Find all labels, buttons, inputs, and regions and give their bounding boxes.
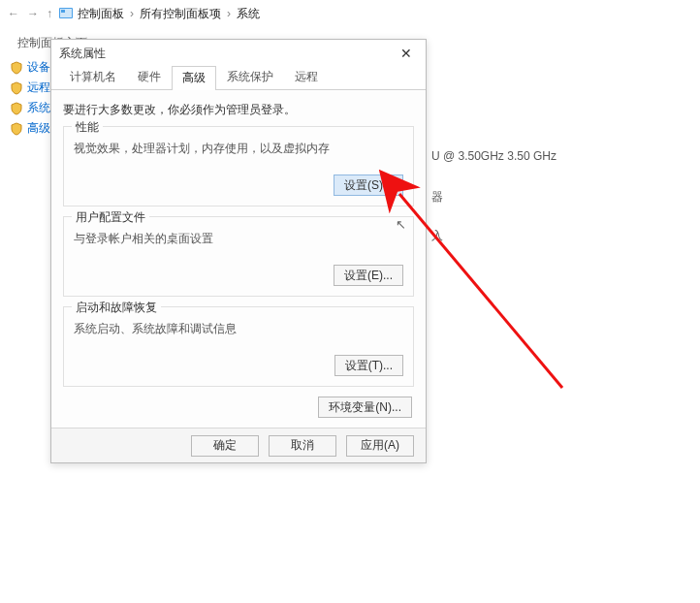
nav-up-icon[interactable]: ↑ bbox=[45, 7, 54, 20]
shield-icon bbox=[10, 122, 23, 136]
tab-remote[interactable]: 远程 bbox=[284, 65, 329, 89]
text-fragment: 器 bbox=[431, 186, 557, 207]
group-performance: 性能 视觉效果，处理器计划，内存使用，以及虚拟内存 设置(S)... bbox=[63, 126, 414, 206]
group-title: 性能 bbox=[72, 119, 103, 136]
group-desc: 视觉效果，处理器计划，内存使用，以及虚拟内存 bbox=[74, 141, 403, 157]
breadcrumb-item-2[interactable]: 系统 bbox=[237, 6, 260, 22]
tab-computer-name[interactable]: 计算机名 bbox=[59, 65, 127, 89]
performance-settings-button[interactable]: 设置(S)... bbox=[334, 175, 403, 196]
cpu-info-fragment: U @ 3.50GHz 3.50 GHz bbox=[431, 145, 557, 167]
shield-icon bbox=[10, 102, 23, 115]
apply-button[interactable]: 应用(A) bbox=[346, 435, 414, 457]
breadcrumb-item-1[interactable]: 所有控制面板项 bbox=[140, 6, 221, 22]
tab-strip: 计算机名 硬件 高级 系统保护 远程 bbox=[51, 67, 426, 90]
shield-icon bbox=[10, 61, 23, 75]
system-properties-dialog: 系统属性 ✕ 计算机名 硬件 高级 系统保护 远程 要进行大多数更改，你必须作为… bbox=[50, 39, 427, 463]
group-startup-recovery: 启动和故障恢复 系统启动、系统故障和调试信息 设置(T)... bbox=[63, 306, 414, 387]
group-user-profiles: 用户配置文件 与登录帐户相关的桌面设置 设置(E)... bbox=[63, 216, 414, 297]
breadcrumb-item-0[interactable]: 控制面板 bbox=[78, 6, 124, 22]
shield-icon bbox=[10, 81, 23, 95]
dialog-titlebar: 系统属性 ✕ bbox=[51, 40, 426, 67]
group-title: 用户配置文件 bbox=[72, 209, 149, 226]
tab-hardware[interactable]: 硬件 bbox=[127, 65, 172, 89]
nav-forward-icon[interactable]: → bbox=[25, 7, 41, 20]
user-profiles-settings-button[interactable]: 设置(E)... bbox=[334, 265, 403, 286]
chevron-right-icon: › bbox=[128, 7, 136, 20]
dialog-body: 要进行大多数更改，你必须作为管理员登录。 性能 视觉效果，处理器计划，内存使用，… bbox=[51, 90, 426, 428]
startup-recovery-settings-button[interactable]: 设置(T)... bbox=[334, 355, 403, 376]
cancel-button[interactable]: 取消 bbox=[269, 435, 336, 457]
group-desc: 与登录帐户相关的桌面设置 bbox=[74, 231, 403, 247]
nav-back-icon[interactable]: ← bbox=[6, 7, 21, 20]
breadcrumb: ← → ↑ 控制面板 › 所有控制面板项 › 系统 bbox=[0, 0, 700, 27]
chevron-right-icon: › bbox=[225, 7, 233, 20]
admin-note: 要进行大多数更改，你必须作为管理员登录。 bbox=[63, 102, 414, 118]
tab-system-protection[interactable]: 系统保护 bbox=[216, 65, 284, 89]
ok-button[interactable]: 确定 bbox=[191, 435, 259, 457]
tab-advanced[interactable]: 高级 bbox=[172, 66, 216, 90]
environment-variables-button[interactable]: 环境变量(N)... bbox=[318, 397, 412, 418]
group-title: 启动和故障恢复 bbox=[72, 300, 161, 316]
text-fragment: 入 bbox=[431, 225, 557, 246]
control-panel-icon bbox=[58, 6, 74, 21]
group-desc: 系统启动、系统故障和调试信息 bbox=[74, 321, 403, 337]
svg-rect-2 bbox=[61, 10, 65, 13]
background-system-info: U @ 3.50GHz 3.50 GHz 器 入 bbox=[431, 145, 557, 246]
close-button[interactable]: ✕ bbox=[395, 46, 418, 61]
dialog-footer: 确定 取消 应用(A) bbox=[51, 428, 426, 462]
dialog-title: 系统属性 bbox=[59, 46, 106, 62]
